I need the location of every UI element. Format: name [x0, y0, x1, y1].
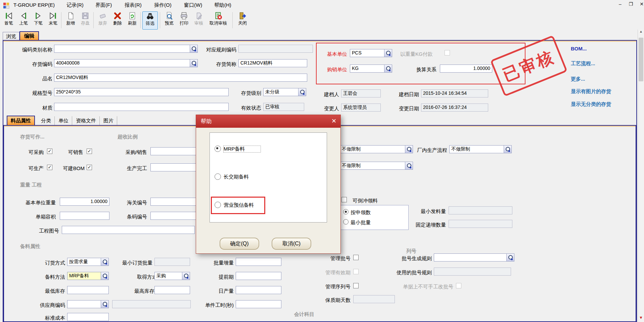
batch-rule-combo[interactable]: [434, 253, 514, 261]
factory-flow-combo[interactable]: 不做限制: [449, 145, 512, 153]
link-show-unclassified[interactable]: 显示无分类的存货: [571, 101, 611, 108]
new-button[interactable]: 新增: [63, 11, 78, 30]
filter-button[interactable]: 筛选: [142, 11, 158, 30]
lookup-icon[interactable]: [101, 258, 108, 266]
menu-help[interactable]: 帮助(H): [214, 2, 231, 8]
menu-report[interactable]: 报表(R): [125, 2, 142, 8]
manage-serial-checkbox[interactable]: [353, 283, 359, 288]
filter-label: 筛选: [146, 21, 154, 27]
close-form-button[interactable]: 关闭: [235, 11, 250, 30]
spec-field[interactable]: 250*240*35: [54, 88, 229, 96]
inv-abbr-field[interactable]: CR12MOV精料: [238, 59, 307, 67]
lead-time-field[interactable]: [236, 272, 281, 280]
delete-button[interactable]: 删除: [110, 11, 125, 30]
issue-min-batch-radio[interactable]: [343, 219, 349, 225]
tab-edit[interactable]: 编辑: [19, 31, 39, 40]
product-name-field[interactable]: CR12MOV精料: [54, 74, 307, 82]
dialog-radio-mrp-label[interactable]: MRP备料: [224, 146, 261, 152]
lookup-icon[interactable]: [504, 146, 511, 153]
min-stock-field[interactable]: [67, 286, 109, 294]
last-record-button[interactable]: 末笔: [46, 11, 60, 30]
scroll-down-icon[interactable]: ▼: [638, 315, 644, 321]
box-volume-field[interactable]: [60, 212, 109, 220]
bom-allowed-checkbox[interactable]: [87, 165, 92, 170]
link-bom[interactable]: BOM...: [571, 46, 587, 51]
producible-checkbox[interactable]: [47, 165, 52, 170]
menu-app[interactable]: T-GROUP ERP(E): [13, 2, 55, 8]
backflush-checkbox[interactable]: [341, 197, 347, 202]
subtab-unit[interactable]: 单位: [55, 116, 72, 125]
close-button[interactable]: ✕: [637, 1, 644, 9]
lookup-icon[interactable]: [506, 254, 514, 261]
prep-method-combo[interactable]: MRP备料: [67, 272, 109, 280]
last-record-icon: [49, 11, 57, 20]
sellable-checkbox[interactable]: [87, 149, 92, 154]
subtab-category[interactable]: 分类: [38, 116, 55, 125]
subtab-image[interactable]: 图片: [100, 116, 117, 125]
dialog-close-icon[interactable]: ✕: [331, 117, 336, 125]
vertical-scrollbar[interactable]: ▲ ▼: [638, 30, 644, 322]
dialog-title-bar[interactable]: 帮助: [196, 115, 340, 128]
tab-browse[interactable]: 浏览: [3, 32, 19, 40]
issue-by-request-radio[interactable]: [343, 209, 349, 214]
batch-increment-field[interactable]: [236, 258, 281, 266]
print-button[interactable]: 打印: [177, 11, 191, 30]
first-record-button[interactable]: 首笔: [1, 11, 16, 30]
scroll-up-icon[interactable]: ▲: [638, 30, 644, 36]
dialog-ok-button[interactable]: 确定(Q): [220, 238, 259, 250]
material-field[interactable]: [54, 103, 229, 111]
inv-code-combo[interactable]: 400400008: [54, 59, 198, 67]
order-mode-combo[interactable]: 按需求量: [67, 258, 109, 266]
purchasable-checkbox[interactable]: [47, 149, 52, 154]
cancel-audit-button[interactable]: 取消审核: [206, 11, 230, 30]
link-more[interactable]: 更多...: [571, 76, 585, 82]
min-order-field: [154, 258, 190, 266]
link-show-with-image[interactable]: 显示有图片的存货: [571, 88, 611, 95]
menu-action[interactable]: 操作(O): [154, 2, 172, 8]
subtab-qualification[interactable]: 资格文件: [73, 116, 100, 125]
dialog-radio-long-lead-label[interactable]: 长交期备料: [224, 174, 271, 180]
max-stock-field[interactable]: [154, 286, 190, 294]
subtab-attributes[interactable]: 料品属性: [7, 116, 35, 125]
product-name-label: 品名: [33, 76, 52, 82]
dialog-radio-mrp[interactable]: [215, 146, 221, 152]
preview-button[interactable]: 预览: [162, 11, 177, 30]
menu-record[interactable]: 记录(R): [66, 2, 84, 8]
menu-ui[interactable]: 界面(F): [95, 2, 112, 8]
unit-hours-field[interactable]: [236, 300, 281, 308]
daily-output-field[interactable]: [236, 286, 281, 294]
unit-weight-field[interactable]: 1.00000: [60, 198, 109, 206]
lookup-icon[interactable]: [182, 272, 190, 280]
dialog-cancel-button[interactable]: 取消(C): [272, 238, 311, 250]
dialog-radio-long-lead[interactable]: [215, 173, 221, 180]
max-stock-label: 最高库存: [130, 288, 154, 294]
manage-batch-checkbox[interactable]: [353, 255, 359, 260]
acquire-mode-label: 取得方式: [133, 274, 157, 280]
lookup-icon[interactable]: [101, 300, 108, 308]
delete-label: 删除: [113, 20, 122, 26]
section-usable-heading: 存货可作...: [20, 134, 45, 140]
lookup-icon[interactable]: [405, 162, 413, 169]
scrollbar-thumb[interactable]: [639, 38, 643, 81]
lookup-icon[interactable]: [190, 45, 197, 52]
restriction-combo-2[interactable]: 不做限制: [340, 162, 413, 170]
next-record-button[interactable]: 下笔: [31, 11, 46, 30]
modified-date-field: 2016-07-26 16:37:24: [421, 104, 488, 112]
lookup-icon[interactable]: [405, 146, 413, 153]
restore-button[interactable]: ❐: [627, 1, 635, 9]
lookup-icon[interactable]: [190, 59, 197, 67]
lookup-icon[interactable]: [298, 88, 306, 96]
minimize-button[interactable]: –: [616, 1, 625, 9]
supplier-code-combo[interactable]: [67, 300, 109, 308]
drawing-no-field[interactable]: [62, 226, 195, 234]
menu-window[interactable]: 窗口(W): [184, 2, 202, 8]
refresh-button[interactable]: 刷新: [125, 11, 140, 30]
std-cost-field[interactable]: [67, 313, 109, 321]
lookup-icon[interactable]: [101, 272, 108, 280]
inv-level-combo[interactable]: 未分级: [263, 88, 306, 96]
code-type-combo[interactable]: [54, 45, 198, 53]
restriction-combo-1[interactable]: 不做限制: [340, 145, 413, 153]
prev-record-button[interactable]: 上笔: [16, 11, 31, 30]
link-process-flow[interactable]: 工艺流程...: [571, 61, 595, 67]
acquire-mode-combo[interactable]: 采购: [154, 272, 190, 280]
